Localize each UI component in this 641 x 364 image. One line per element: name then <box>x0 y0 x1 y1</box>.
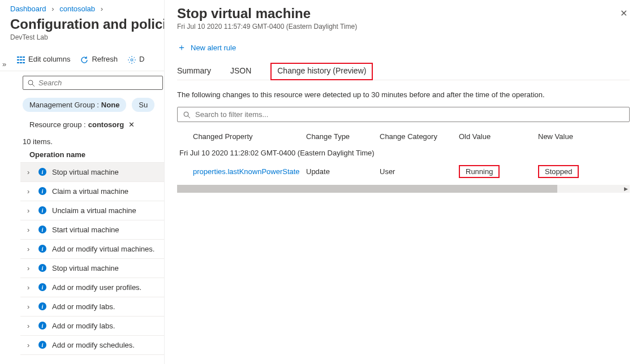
columns-icon <box>17 55 25 63</box>
operation-row[interactable]: ›iAdd or modify labs. <box>20 317 164 336</box>
svg-rect-4 <box>20 59 22 60</box>
operation-row[interactable]: ›iAdd or modify labs. <box>20 297 164 317</box>
pill-label: Resource group : <box>29 120 86 129</box>
operation-row[interactable]: ›iAdd or modify schedules. <box>20 336 164 355</box>
chevron-right-icon: › <box>27 341 33 349</box>
svg-point-10 <box>28 80 33 85</box>
info-icon: i <box>38 245 46 253</box>
grid-header-row: Changed Property Change Type Change Cate… <box>177 129 630 144</box>
svg-rect-6 <box>17 62 19 63</box>
operation-row[interactable]: ›iUnclaim a virtual machine <box>20 201 164 220</box>
pill-label: Su <box>139 101 148 109</box>
col-changed-property: Changed Property <box>193 132 306 141</box>
col-old-value: Old Value <box>459 132 538 141</box>
operation-row[interactable]: ›iStart virtual machine <box>20 220 164 240</box>
pill-value: None <box>101 101 120 109</box>
operation-row[interactable]: ›iClaim a virtual machine <box>20 182 164 201</box>
item-count: 10 items. <box>23 137 164 146</box>
filter-input[interactable] <box>195 110 623 119</box>
plus-icon: ＋ <box>177 42 186 54</box>
svg-line-11 <box>32 84 35 86</box>
info-icon: i <box>38 264 46 272</box>
gear-icon <box>128 55 136 64</box>
refresh-button[interactable]: Refresh <box>80 55 118 64</box>
pill-resource-group[interactable]: Resource group : contosorg ✕ <box>23 118 141 132</box>
cell-old-value: Running <box>459 165 500 178</box>
tab-json[interactable]: JSON <box>230 66 251 80</box>
pill-value: contosorg <box>88 120 124 129</box>
page-title: Configuration and policies <box>10 16 164 32</box>
chevron-right-icon: › <box>27 264 33 272</box>
operation-name: Add or modify labs. <box>52 302 115 311</box>
tabs: Summary JSON Change history (Preview) <box>177 66 630 80</box>
new-alert-button[interactable]: ＋ New alert rule <box>177 42 630 54</box>
breadcrumb-item[interactable]: contosolab <box>59 5 95 13</box>
search-input[interactable] <box>38 79 158 87</box>
svg-rect-0 <box>17 57 19 58</box>
panel-timestamp: Fri Jul 10 2020 11:57:49 GMT-0400 (Easte… <box>177 23 357 31</box>
svg-rect-5 <box>23 59 25 60</box>
tab-change-history[interactable]: Change history (Preview) <box>270 63 373 80</box>
grid-group-time: Fri Jul 10 2020 11:28:02 GMT-0400 (Easte… <box>177 144 630 162</box>
col-new-value: New Value <box>538 132 617 141</box>
chevron-right-icon: › <box>27 302 33 311</box>
breadcrumb-root[interactable]: Dashboard <box>10 5 46 13</box>
info-icon: i <box>38 206 46 214</box>
operation-row[interactable]: ›iAdd or modify virtual machines. <box>20 240 164 259</box>
operation-name: Claim a virtual machine <box>52 187 128 196</box>
horizontal-scrollbar[interactable]: ◀ ▶ <box>177 185 630 193</box>
search-icon <box>28 79 35 87</box>
operation-name: Stop virtual machine <box>52 168 119 176</box>
col-change-type: Change Type <box>306 132 380 141</box>
svg-rect-1 <box>20 57 22 58</box>
svg-rect-3 <box>17 59 19 60</box>
new-alert-label: New alert rule <box>191 44 236 52</box>
operation-name: Add or modify virtual machines. <box>52 245 154 253</box>
info-icon: i <box>38 322 46 330</box>
refresh-label: Refresh <box>92 55 118 63</box>
change-grid: Changed Property Change Type Change Cate… <box>177 129 630 193</box>
pill-label: Management Group : <box>29 101 99 109</box>
operation-row[interactable]: ›iAdd or modify user profiles. <box>20 278 164 297</box>
scroll-right-icon[interactable]: ▶ <box>622 185 630 193</box>
operation-row[interactable]: ›iStop virtual machine <box>20 259 164 278</box>
change-description: The following changes to this resource w… <box>177 90 630 99</box>
info-icon: i <box>38 226 46 233</box>
pill-management-group[interactable]: Management Group : None <box>23 98 126 112</box>
tab-summary[interactable]: Summary <box>177 66 211 80</box>
refresh-icon <box>80 55 88 64</box>
cell-new-value: Stopped <box>538 165 579 178</box>
cell-property[interactable]: properties.lastKnownPowerState <box>193 167 306 176</box>
info-icon: i <box>38 283 46 291</box>
toolbar-more-label: D <box>139 55 144 63</box>
svg-point-9 <box>131 59 133 61</box>
detail-panel: Stop virtual machine Fri Jul 10 2020 11:… <box>164 0 641 364</box>
close-button[interactable]: ✕ <box>618 6 630 21</box>
expand-panel-icon[interactable]: » <box>2 60 6 68</box>
operation-row[interactable]: ›iStop virtual machine <box>20 163 164 182</box>
filter-search-icon <box>183 110 191 119</box>
pill-remove-icon[interactable]: ✕ <box>128 120 135 129</box>
operation-name: Add or modify schedules. <box>52 341 135 349</box>
breadcrumb-sep: › <box>101 5 103 13</box>
scroll-thumb[interactable] <box>177 185 557 193</box>
grid-data-row[interactable]: properties.lastKnownPowerState Update Us… <box>177 162 630 181</box>
info-icon: i <box>38 302 46 310</box>
breadcrumb: Dashboard › contosolab › <box>10 5 164 13</box>
svg-point-12 <box>184 112 188 116</box>
svg-rect-7 <box>20 62 22 63</box>
pill-subscription[interactable]: Su <box>132 98 154 112</box>
chevron-right-icon: › <box>27 283 33 292</box>
edit-columns-button[interactable]: Edit columns <box>17 55 70 64</box>
chevron-right-icon: › <box>27 187 33 196</box>
info-icon: i <box>38 341 46 349</box>
operation-name: Stop virtual machine <box>52 264 119 272</box>
toolbar-more-button[interactable]: D <box>128 55 144 64</box>
search-input-wrap[interactable] <box>23 76 163 90</box>
info-icon: i <box>38 187 46 195</box>
toolbar: Edit columns Refresh D <box>0 51 164 71</box>
filter-input-wrap[interactable] <box>177 107 630 122</box>
operation-name: Unclaim a virtual machine <box>52 206 136 215</box>
chevron-right-icon: › <box>27 322 33 330</box>
chevron-right-icon: › <box>27 245 33 253</box>
